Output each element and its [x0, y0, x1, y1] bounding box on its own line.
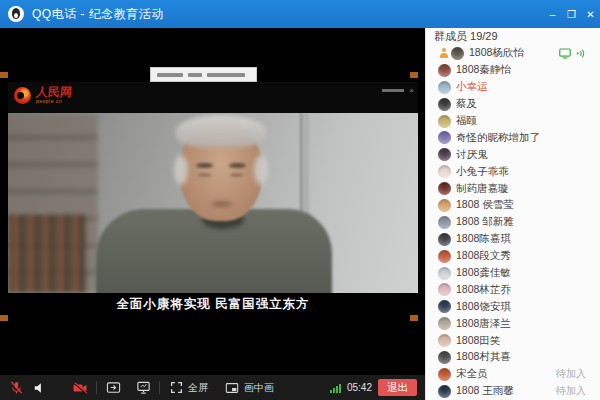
notification-text-bar — [157, 73, 183, 77]
member-row[interactable]: 小幸运 — [426, 79, 600, 96]
pip-icon — [224, 380, 240, 396]
avatar — [438, 182, 451, 195]
site-domain: people.cn — [36, 99, 72, 104]
header-link-bar — [382, 89, 404, 92]
avatar — [438, 351, 451, 364]
member-name: 1808段文秀 — [456, 249, 511, 263]
avatar — [438, 233, 451, 246]
member-row[interactable]: 1808段文秀 — [426, 248, 600, 265]
minimize-button[interactable]: – — [543, 0, 562, 28]
speaker-face — [229, 163, 246, 168]
member-row[interactable]: 蔡及 — [426, 96, 600, 113]
browser-notification-bar — [150, 67, 257, 82]
member-row[interactable]: 讨厌鬼 — [426, 146, 600, 163]
exit-call-button[interactable]: 退出 — [378, 379, 417, 396]
network-signal-icon — [330, 383, 341, 393]
avatar — [438, 131, 451, 144]
member-name: 奇怪的昵称增加了 — [456, 131, 540, 145]
fullscreen-button[interactable]: 全屏 — [168, 380, 208, 396]
member-row[interactable]: 1808唐泽兰 — [426, 315, 600, 332]
pending-label: 待加入 — [556, 367, 586, 381]
member-name: 制药唐嘉璇 — [456, 182, 509, 196]
speaker-hair — [254, 155, 268, 185]
member-row[interactable]: 小兔子乖乖 — [426, 163, 600, 180]
pip-button[interactable]: 画中画 — [224, 380, 274, 396]
member-row[interactable]: 福颐 — [426, 113, 600, 130]
member-name: 1808杨欣怡 — [469, 46, 524, 60]
page-edge-accent — [410, 72, 418, 78]
member-row[interactable]: 制药唐嘉璇 — [426, 180, 600, 197]
member-row[interactable]: 宋全员待加入 — [426, 366, 600, 383]
share-screen-icon[interactable] — [105, 380, 121, 396]
page-edge-accent — [410, 315, 418, 321]
member-name: 1808饶安琪 — [456, 300, 511, 314]
member-row[interactable]: 1808 王雨馨待加入 — [426, 383, 600, 400]
close-button[interactable]: ✕ — [581, 0, 600, 28]
avatar — [438, 148, 451, 161]
fullscreen-icon — [168, 380, 184, 396]
page-edge-accent — [0, 72, 8, 78]
member-row[interactable]: 1808龚佳敏 — [426, 265, 600, 282]
member-name: 1808林芷乔 — [456, 283, 511, 297]
speaker-hair — [174, 155, 188, 185]
member-row[interactable]: 1808杨欣怡 — [426, 45, 600, 62]
speaker-face — [198, 173, 211, 177]
qq-logo-icon — [8, 6, 24, 22]
speaker-face — [211, 201, 233, 207]
pending-label: 待加入 — [556, 384, 586, 398]
member-list: 1808杨欣怡1808秦静怡小幸运蔡及福颐奇怪的昵称增加了讨厌鬼小兔子乖乖制药唐… — [426, 45, 600, 400]
avatar — [438, 385, 451, 398]
page-edge-accent — [0, 315, 8, 321]
avatar — [438, 199, 451, 212]
microphone-muted-icon[interactable] — [8, 380, 24, 396]
call-toolbar: 全屏 画中画 05:42 退出 — [0, 375, 425, 400]
avatar — [438, 165, 451, 178]
member-row[interactable]: 奇怪的昵称增加了 — [426, 129, 600, 146]
peoplecn-site-header: 人民网 people.cn × — [8, 82, 418, 113]
speaker-face — [196, 163, 213, 168]
whiteboard-icon[interactable] — [135, 380, 151, 396]
member-row[interactable]: 1808村其喜 — [426, 349, 600, 366]
member-name: 宋全员 — [456, 367, 488, 381]
avatar — [438, 81, 451, 94]
avatar — [438, 216, 451, 229]
notification-text-bar — [207, 73, 245, 77]
member-name: 1808村其喜 — [456, 350, 511, 364]
window-title: QQ电话 - 纪念教育活动 — [32, 6, 164, 23]
member-row[interactable]: 1808 邹新雅 — [426, 214, 600, 231]
speaker-hair — [176, 115, 266, 147]
avatar — [438, 334, 451, 347]
header-close-icon[interactable]: × — [409, 86, 414, 95]
speaker-icon[interactable] — [32, 380, 48, 396]
member-name: 蔡及 — [456, 97, 477, 111]
video-subtitle: 全面小康将实现 民富国强立东方 — [8, 296, 418, 313]
member-name: 1808 王雨馨 — [456, 384, 514, 398]
window-controls: – ❐ ✕ — [543, 0, 600, 28]
maximize-button[interactable]: ❐ — [562, 0, 581, 28]
titlebar: QQ电话 - 纪念教育活动 – ❐ ✕ — [0, 0, 600, 28]
member-panel-header: 群成员 19/29 — [426, 28, 600, 45]
member-row[interactable]: 1808 侯雪莹 — [426, 197, 600, 214]
call-timer: 05:42 — [347, 382, 372, 393]
member-row[interactable]: 1808田笑 — [426, 332, 600, 349]
member-row[interactable]: 1808林芷乔 — [426, 281, 600, 298]
owner-icon — [438, 48, 449, 59]
speaker-face — [230, 173, 243, 177]
avatar — [438, 64, 451, 77]
screen-share-indicator-icon — [559, 48, 571, 59]
books-background — [8, 215, 86, 293]
pip-label: 画中画 — [244, 381, 274, 395]
member-row[interactable]: 1808陈嘉琪 — [426, 231, 600, 248]
toolbar-divider — [96, 381, 97, 394]
camera-muted-icon[interactable] — [72, 380, 88, 396]
member-panel: 群成员 19/29 1808杨欣怡1808秦静怡小幸运蔡及福颐奇怪的昵称增加了讨… — [425, 28, 600, 400]
member-name: 1808田笑 — [456, 334, 500, 348]
member-name: 1808 侯雪莹 — [456, 198, 514, 212]
member-name: 讨厌鬼 — [456, 148, 488, 162]
peoplecn-logo: 人民网 people.cn — [14, 86, 72, 104]
qq-call-window: QQ电话 - 纪念教育活动 – ❐ ✕ 人民网 people.cn — [0, 0, 600, 400]
video-feed — [8, 113, 418, 293]
member-name: 1808陈嘉琪 — [456, 232, 511, 246]
member-row[interactable]: 1808饶安琪 — [426, 298, 600, 315]
member-row[interactable]: 1808秦静怡 — [426, 62, 600, 79]
